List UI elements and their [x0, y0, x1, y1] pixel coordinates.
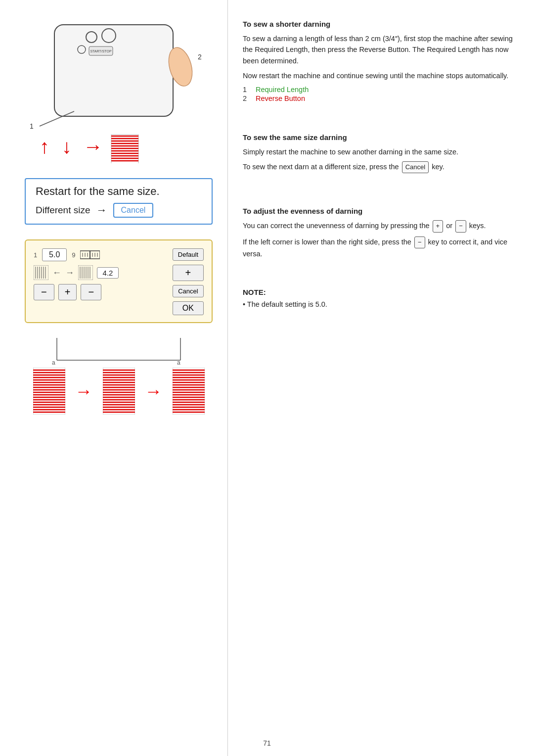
svg-text:→: →	[83, 136, 103, 157]
adj-ok-btn[interactable]: OK	[173, 301, 204, 315]
adj-default-btn[interactable]: Default	[173, 248, 204, 261]
note-bullet: • The default setting is 5.0.	[243, 299, 514, 310]
section-same-size: To sew the same size darning Simply rest…	[243, 133, 514, 178]
section3-para2: If the left corner is lower than the rig…	[243, 236, 514, 260]
stitch-right	[78, 265, 93, 280]
note-label: NOTE:	[243, 288, 514, 296]
section-adjust-evenness: To adjust the evenness of darning You ca…	[243, 207, 514, 263]
section2-para1: Simply restart the machine to sew anothe…	[243, 146, 514, 157]
cancel-key: Cancel	[402, 161, 429, 173]
section1-title: To sew a shorter darning	[243, 20, 514, 28]
svg-text:↓: ↓	[62, 136, 72, 157]
list-text-reverse-button: Reverse Button	[256, 94, 305, 102]
list-num-2: 2	[243, 94, 251, 102]
right-column: To sew a shorter darning To sew a darnin…	[227, 0, 534, 756]
cancel-button-blue[interactable]: Cancel	[113, 203, 154, 218]
section1-para2: Now restart the machine and continue sew…	[243, 70, 514, 81]
arrow-right-icon: →	[96, 204, 107, 217]
stitch-icon	[80, 249, 100, 261]
svg-text:START/STOP: START/STOP	[90, 49, 112, 53]
restart-title: Restart for the same size.	[36, 185, 202, 198]
list-num-1: 1	[243, 86, 251, 94]
list-item-2: 2 Reverse Button	[243, 94, 514, 102]
adj-value-50: 5.0	[42, 248, 67, 261]
adj-plus-btn-2[interactable]: +	[58, 284, 77, 300]
svg-text:2: 2	[198, 53, 202, 61]
section3-para1-before: You can correct the unevenness of darnin…	[243, 222, 430, 230]
adjustment-panel: 1 5.0 9	[25, 239, 213, 323]
different-size-row: Different size → Cancel	[36, 203, 202, 218]
section1-para1: To sew a darning a length of less than 2…	[243, 33, 514, 66]
diff-size-label: Different size	[36, 205, 90, 216]
section3-title: To adjust the evenness of darning	[243, 207, 514, 215]
arrow-right-red-1: →	[75, 381, 93, 402]
arrow-right-red-2: →	[145, 381, 163, 402]
minus-key-2: −	[414, 236, 425, 248]
section2-para2-after: key.	[432, 163, 445, 171]
section3-para1-after: keys.	[469, 222, 486, 230]
section3-para1: You can correct the unevenness of darnin…	[243, 220, 514, 232]
adj-minus-btn-1[interactable]: −	[34, 284, 54, 300]
adj-value-42: 4.2	[97, 267, 119, 279]
adj-plus-btn-lg[interactable]: +	[173, 265, 204, 281]
page-number: 71	[263, 739, 271, 747]
machine-illustration: START/STOP 2 1 ↑ ↓ →	[25, 20, 213, 163]
plus-key: +	[433, 220, 444, 232]
bottom-diagram: a a	[25, 338, 213, 415]
list-item-1: 1 Required Length	[243, 86, 514, 94]
svg-text:a: a	[52, 359, 55, 365]
section3-para2-before: If the left corner is lower than the rig…	[243, 238, 411, 246]
adj-minus-btn-2[interactable]: −	[81, 284, 101, 300]
stitch-block-2	[103, 368, 135, 415]
left-column: START/STOP 2 1 ↑ ↓ →	[0, 0, 227, 756]
section2-para2: To sew the next darn at a different size…	[243, 161, 514, 173]
stitch-row: →	[33, 368, 205, 415]
note-section: NOTE: • The default setting is 5.0.	[243, 288, 514, 310]
stitch-block-1	[33, 368, 65, 415]
section2-title: To sew the same size darning	[243, 133, 514, 142]
svg-text:1: 1	[30, 122, 34, 130]
restart-box: Restart for the same size. Different siz…	[25, 178, 213, 225]
svg-rect-0	[54, 25, 173, 116]
minus-key: −	[455, 220, 466, 232]
stitch-left	[34, 265, 48, 280]
adj-label-1: 1	[34, 251, 37, 259]
section2-para2-before: To sew the next darn at a different size…	[243, 163, 399, 171]
stitch-block-3	[173, 368, 205, 415]
connector-svg: a a	[30, 338, 208, 365]
section3-or: or	[446, 222, 452, 230]
section-shorter-darning: To sew a shorter darning To sew a darnin…	[243, 20, 514, 103]
adj-label-9: 9	[72, 251, 75, 259]
list-text-required-length: Required Length	[256, 86, 309, 94]
adj-cancel-btn[interactable]: Cancel	[173, 285, 204, 297]
svg-text:↑: ↑	[40, 136, 49, 157]
svg-text:a: a	[177, 359, 180, 365]
